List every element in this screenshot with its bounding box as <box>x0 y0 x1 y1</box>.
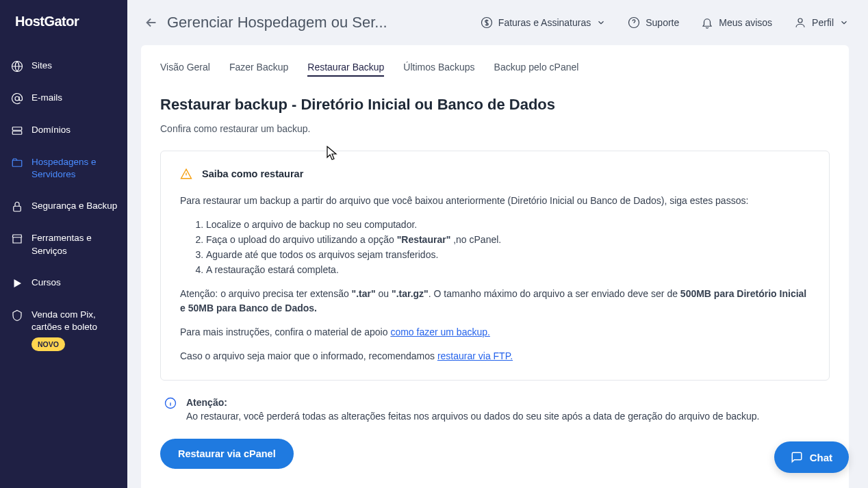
invoices-menu[interactable]: Faturas e Assinaturas <box>481 16 606 29</box>
svg-point-1 <box>15 97 19 101</box>
tab-backup-cpanel[interactable]: Backup pelo cPanel <box>494 62 579 77</box>
at-icon <box>11 92 23 105</box>
info-circle-icon <box>164 397 177 409</box>
section-title: Restaurar backup - Diretório Inicial ou … <box>160 96 830 114</box>
link-restaurar-ftp[interactable]: restaurar via FTP. <box>437 350 513 361</box>
sidebar-label: Venda com Pix, cartões e boleto NOVO <box>31 309 120 352</box>
step-item: Localize o arquivo de backup no seu comp… <box>206 218 810 232</box>
svg-point-8 <box>798 18 802 23</box>
brand-logo: HostGator <box>0 14 127 50</box>
sidebar-item-dominios[interactable]: Domínios <box>0 114 127 146</box>
info-intro: Para restaurar um backup a partir do arq… <box>180 194 810 208</box>
lock-icon <box>11 201 23 213</box>
sidebar-label: E-mails <box>31 92 120 104</box>
server-icon <box>11 125 23 137</box>
info-box: Saiba como restaurar Para restaurar um b… <box>160 151 830 381</box>
folder-icon <box>11 157 23 169</box>
steps-list: Localize o arquivo de backup no seu comp… <box>180 218 810 277</box>
topbar: Gerenciar Hospedagem ou Ser... Faturas e… <box>127 0 868 45</box>
attention-text: Atenção: Ao restaurar, você perderá toda… <box>186 396 759 424</box>
store-icon <box>11 233 23 245</box>
sidebar-label: Sites <box>31 60 120 72</box>
sidebar-item-cursos[interactable]: Cursos <box>0 267 127 299</box>
main-area: Gerenciar Hospedagem ou Ser... Faturas e… <box>127 0 868 488</box>
play-icon <box>11 277 23 290</box>
tab-restaurar-backup[interactable]: Restaurar Backup <box>307 62 384 77</box>
top-actions: Faturas e Assinaturas Suporte Meus aviso… <box>481 16 849 29</box>
svg-rect-3 <box>12 131 22 135</box>
info-body: Para restaurar um backup a partir do arq… <box>180 194 810 363</box>
attention-line: Atenção: o arquivo precisa ter extensão … <box>180 287 810 316</box>
shield-icon <box>11 309 23 322</box>
step-item: Aguarde até que todos os arquivos sejam … <box>206 248 810 262</box>
help-icon <box>628 16 640 29</box>
sidebar-label: Cursos <box>31 277 120 289</box>
tab-ultimos-backups[interactable]: Últimos Backups <box>403 62 474 77</box>
novo-badge: NOVO <box>31 337 65 351</box>
profile-menu[interactable]: Perfil <box>794 16 849 29</box>
notices-link[interactable]: Meus avisos <box>701 16 772 29</box>
svg-rect-2 <box>12 127 22 131</box>
tab-fazer-backup[interactable]: Fazer Backup <box>229 62 288 77</box>
sidebar-label: Hospedagens e Servidores <box>31 156 120 181</box>
chat-icon <box>791 451 803 463</box>
chevron-down-icon <box>596 18 606 27</box>
restaurar-cpanel-button[interactable]: Restaurar via cPanel <box>160 439 294 469</box>
svg-rect-4 <box>12 160 22 166</box>
tabs: Visão Geral Fazer Backup Restaurar Backu… <box>160 62 830 77</box>
content-card: Visão Geral Fazer Backup Restaurar Backu… <box>141 45 849 488</box>
step-item: A restauração estará completa. <box>206 263 810 277</box>
sidebar-item-emails[interactable]: E-mails <box>0 82 127 114</box>
sidebar-label: Segurança e Backup <box>31 200 120 212</box>
dollar-icon <box>481 16 493 29</box>
bell-icon <box>701 16 713 29</box>
sidebar-item-venda[interactable]: Venda com Pix, cartões e boleto NOVO <box>0 299 127 361</box>
sidebar-label: Ferramentas e Serviços <box>31 232 120 257</box>
user-icon <box>794 16 806 29</box>
tab-visao-geral[interactable]: Visão Geral <box>160 62 210 77</box>
svg-rect-5 <box>14 207 21 212</box>
sidebar-item-ferramentas[interactable]: Ferramentas e Serviços <box>0 222 127 266</box>
more-instructions: Para mais instruções, confira o material… <box>180 325 810 339</box>
chevron-down-icon <box>839 18 849 27</box>
chat-button[interactable]: Chat <box>774 441 849 473</box>
sidebar-item-hospedagens[interactable]: Hospedagens e Servidores <box>0 146 127 190</box>
info-title: Saiba como restaurar <box>202 168 303 179</box>
sidebar-label: Domínios <box>31 124 120 136</box>
sidebar-item-seguranca[interactable]: Segurança e Backup <box>0 190 127 222</box>
warning-triangle-icon <box>180 168 192 180</box>
attention-callout: Atenção: Ao restaurar, você perderá toda… <box>160 396 830 424</box>
larger-file-line: Caso o arquivo seja maior que o informad… <box>180 349 810 363</box>
section-subtitle: Confira como restaurar um backup. <box>160 123 830 134</box>
page-title: Gerenciar Hospedagem ou Ser... <box>167 14 461 31</box>
sidebar: HostGator Sites E-mails Domínios Hospeda… <box>0 0 127 488</box>
globe-icon <box>11 60 23 73</box>
step-item: Faça o upload do arquivo utilizando a op… <box>206 233 810 247</box>
support-link[interactable]: Suporte <box>628 16 679 29</box>
link-como-fazer-backup[interactable]: como fazer um backup. <box>390 326 490 337</box>
sidebar-item-sites[interactable]: Sites <box>0 50 127 82</box>
back-arrow-icon[interactable] <box>141 12 162 33</box>
